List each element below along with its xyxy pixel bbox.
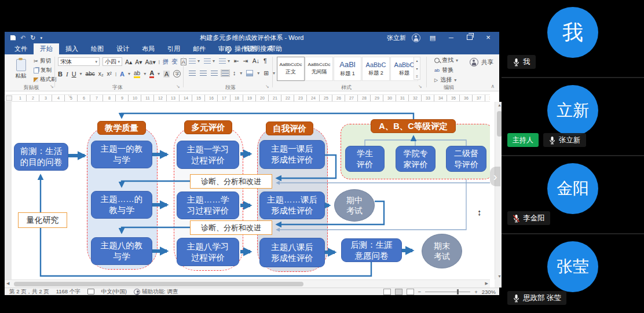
line-spacing-button[interactable]: ↕	[233, 69, 236, 76]
zoom-slider-handle[interactable]	[457, 289, 459, 294]
align-left-button[interactable]	[189, 71, 196, 76]
ribbon-tab[interactable]: 文件	[8, 43, 34, 54]
redo-icon[interactable]: ↻	[30, 35, 35, 41]
change-case-button[interactable]: Aa▾	[145, 58, 156, 65]
clipboard-dialog-launcher[interactable]: ↘	[50, 84, 54, 89]
align-center-button[interactable]	[200, 71, 207, 76]
ribbon-tab[interactable]: 插入	[59, 43, 85, 54]
sort-button[interactable]: A↓	[253, 57, 259, 64]
participant-tile[interactable]: 我 我	[502, 0, 644, 78]
participant-tile[interactable]: 金阳 李金阳	[502, 156, 644, 234]
account-avatar-icon[interactable]	[412, 34, 420, 42]
language-indicator[interactable]: 中文(中国)	[101, 288, 127, 296]
word-count[interactable]: 1168 个字	[56, 288, 80, 296]
scroll-left-icon[interactable]: ◀	[6, 281, 9, 286]
paste-button[interactable]: 粘贴	[10, 57, 31, 82]
justify-button[interactable]	[222, 71, 229, 76]
character-scale-button[interactable]: 变	[171, 58, 178, 66]
font-size-combo[interactable]: 小四▾	[103, 57, 122, 66]
ribbon-tab[interactable]: 开始	[34, 43, 59, 54]
sidebar-collapse-chevron[interactable]: ›	[490, 167, 500, 186]
zoom-slider[interactable]	[425, 292, 470, 292]
cut-button[interactable]: ✂ 剪切	[34, 57, 57, 65]
bullets-button[interactable]: ▾	[189, 58, 200, 64]
style-card[interactable]: AaBbCcDc 无间隔	[305, 57, 333, 81]
accessibility-status[interactable]: 辅助功能: 调查	[134, 288, 178, 296]
shading-bucket-icon[interactable]	[246, 70, 253, 76]
copy-button[interactable]: 复制	[34, 67, 57, 74]
participant-tile[interactable]: 张莹 思政部 张莹	[502, 234, 644, 313]
decrease-indent-button[interactable]: ⇤	[234, 57, 239, 64]
indent-marker-icon[interactable]: ▽	[68, 94, 71, 98]
zoom-out-button[interactable]: −	[418, 289, 422, 295]
undo-icon[interactable]: ↶	[20, 35, 25, 41]
ribbon-tab[interactable]: 引用	[161, 43, 186, 54]
styles-dialog-launcher[interactable]: ↘	[418, 84, 422, 89]
print-layout-icon[interactable]	[395, 289, 402, 295]
shading-button[interactable]: A	[163, 71, 170, 78]
shrink-font-button[interactable]: A▾	[135, 58, 142, 65]
highlight-button[interactable]: ab	[134, 70, 140, 78]
text-effects-button[interactable]: A	[120, 71, 125, 78]
ribbon-tab[interactable]: 设计	[110, 43, 136, 54]
paragraph-dialog-launcher[interactable]: ↘	[265, 84, 269, 89]
scroll-right-icon[interactable]: ▶	[485, 281, 488, 286]
format-painter-button[interactable]: 格式刷	[34, 76, 57, 83]
numbering-button[interactable]: ▾	[204, 58, 215, 64]
page-indicator[interactable]: 第 2 页，共 2 页	[9, 288, 49, 296]
minimize-button[interactable]: ─	[445, 32, 458, 43]
zoom-in-button[interactable]: +	[474, 289, 478, 295]
save-icon[interactable]	[10, 35, 16, 40]
grow-font-button[interactable]: A▴	[125, 58, 132, 65]
style-card[interactable]: AaBbC 标题 2	[362, 57, 390, 81]
microphone-icon	[513, 214, 520, 223]
font-dialog-launcher[interactable]: ↘	[176, 84, 180, 89]
replace-button[interactable]: ab替换	[434, 66, 458, 74]
share-button[interactable]: 共享	[470, 58, 493, 67]
tab-selector[interactable]	[6, 95, 12, 101]
style-card[interactable]: AaBbCcDc 正文	[277, 57, 305, 81]
borders-button[interactable]: ⊞	[264, 69, 269, 76]
underline-button[interactable]: U	[72, 71, 76, 78]
read-mode-icon[interactable]	[383, 289, 391, 295]
qat-caret-icon[interactable]: ▾	[40, 36, 42, 40]
phonetic-guide-button[interactable]: 拼	[163, 58, 169, 66]
restore-button[interactable]	[463, 32, 476, 43]
close-button[interactable]: ×	[482, 32, 495, 43]
tell-me-search[interactable]: 操作说明搜索	[220, 43, 279, 54]
multilevel-list-button[interactable]: ▾	[219, 58, 230, 64]
find-button[interactable]: 查找▾	[434, 56, 458, 64]
styles-gallery-scroll[interactable]: ▴▾≡	[414, 57, 420, 80]
subscript-button[interactable]: x₂	[98, 71, 104, 77]
ribbon-display-options-button[interactable]: ▤	[426, 32, 439, 43]
participant-name: 我	[523, 57, 530, 67]
style-card[interactable]: AaBl 标题 1	[334, 57, 361, 81]
document-area[interactable]: 教学质量 多元评价 自我评价 A、B、C等级评定 前测：生活 的目的问卷 主题一…	[5, 102, 490, 279]
ruler-number: 32	[409, 96, 422, 100]
zoom-level[interactable]: 230%	[482, 289, 496, 295]
bold-button[interactable]: B	[58, 71, 63, 78]
ribbon-tab[interactable]: 布局	[136, 43, 161, 54]
horizontal-scroll-thumb[interactable]	[14, 282, 303, 286]
ribbon-tab[interactable]: 绘图	[85, 43, 110, 54]
ruler-number: 22	[281, 96, 294, 100]
web-layout-icon[interactable]	[407, 289, 414, 295]
superscript-button[interactable]: x²	[107, 71, 112, 77]
participant-tile[interactable]: 立新 主持人 张立新	[502, 78, 644, 156]
font-name-combo[interactable]: 宋体▾	[58, 57, 100, 66]
show-marks-button[interactable]: ¶	[264, 57, 267, 64]
italic-button[interactable]: I	[66, 71, 68, 78]
account-name[interactable]: 张立新	[387, 34, 406, 42]
collapse-ribbon-icon[interactable]: ∧	[491, 83, 495, 89]
enclose-characters-button[interactable]: 字	[173, 70, 181, 78]
select-button[interactable]: ▷选择▾	[434, 76, 458, 84]
proofing-icon[interactable]	[87, 289, 94, 294]
strikethrough-button[interactable]: abc	[86, 71, 95, 77]
ribbon-tab[interactable]: 邮件	[186, 43, 212, 54]
word-titlebar[interactable]: ↶ ↻ ▾ 构建多元多维的成效评价体系 - Word 张立新 ▤ ─ ×	[5, 32, 499, 43]
horizontal-ruler[interactable]: 1234567891011121314151617181920212223242…	[5, 94, 490, 102]
align-right-button[interactable]	[211, 71, 218, 76]
font-color-button[interactable]: A	[149, 69, 154, 78]
increase-indent-button[interactable]: ⇥	[243, 57, 248, 64]
horizontal-scrollbar[interactable]: ◀ ▶	[5, 279, 490, 288]
